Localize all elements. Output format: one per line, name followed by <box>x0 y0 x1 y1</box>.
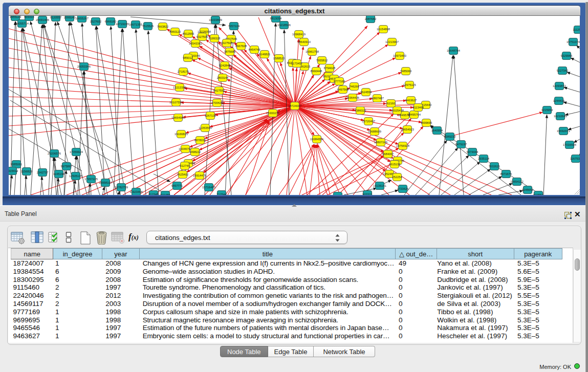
svg-text:712544: 712544 <box>216 193 227 195</box>
svg-text:9245652: 9245652 <box>522 188 534 191</box>
svg-text:6794028: 6794028 <box>324 67 336 70</box>
svg-text:924561: 924561 <box>533 193 543 195</box>
svg-text:6966160: 6966160 <box>105 20 117 23</box>
svg-text:9146821: 9146821 <box>259 53 271 56</box>
svg-text:3875685: 3875685 <box>224 50 236 53</box>
svg-text:2803144: 2803144 <box>217 76 229 79</box>
svg-text:9113468: 9113468 <box>412 106 424 109</box>
svg-text:10025438: 10025438 <box>390 109 404 112</box>
svg-text:18807249: 18807249 <box>374 141 387 144</box>
svg-text:1173457: 1173457 <box>291 62 302 65</box>
svg-text:10807487: 10807487 <box>371 97 384 100</box>
svg-text:3915412: 3915412 <box>9 169 18 172</box>
svg-text:16033809: 16033809 <box>209 18 222 21</box>
svg-text:11353594: 11353594 <box>199 126 212 129</box>
svg-text:9463627: 9463627 <box>405 99 417 102</box>
svg-text:16154808: 16154808 <box>377 28 390 31</box>
svg-text:8878332: 8878332 <box>194 139 206 142</box>
svg-text:12975115: 12975115 <box>403 83 416 86</box>
svg-text:2967608: 2967608 <box>235 45 247 48</box>
svg-text:17359924: 17359924 <box>70 150 83 154</box>
svg-text:15751074: 15751074 <box>567 40 580 43</box>
svg-text:9329966: 9329966 <box>561 54 573 57</box>
svg-text:2718176: 2718176 <box>178 70 189 73</box>
svg-text:7515526: 7515526 <box>142 25 154 28</box>
svg-text:10654112: 10654112 <box>510 180 523 183</box>
svg-text:18724007: 18724007 <box>288 104 301 107</box>
svg-text:3498222: 3498222 <box>189 150 201 154</box>
svg-text:8471676: 8471676 <box>500 172 512 176</box>
svg-text:1700426: 1700426 <box>211 101 223 104</box>
svg-text:18640910: 18640910 <box>297 40 311 43</box>
svg-text:14055714: 14055714 <box>15 22 29 25</box>
svg-text:903314: 903314 <box>24 16 34 18</box>
svg-text:6479197: 6479197 <box>455 143 467 146</box>
svg-text:10655267: 10655267 <box>75 17 89 20</box>
svg-text:15692971: 15692971 <box>557 129 570 133</box>
svg-text:2099140: 2099140 <box>64 16 76 19</box>
svg-text:16782759: 16782759 <box>115 186 128 189</box>
svg-text:9120557: 9120557 <box>50 16 62 19</box>
svg-text:16671355: 16671355 <box>129 23 142 26</box>
svg-text:19384554: 19384554 <box>310 138 324 141</box>
svg-text:9684067: 9684067 <box>382 152 394 156</box>
svg-text:19756928: 19756928 <box>396 144 409 147</box>
svg-text:7625402: 7625402 <box>177 173 189 176</box>
svg-text:312744: 312744 <box>180 164 190 167</box>
svg-text:7955812: 7955812 <box>316 59 328 62</box>
svg-text:812345: 812345 <box>148 193 158 195</box>
svg-text:20364436: 20364436 <box>346 96 359 99</box>
svg-text:7663822: 7663822 <box>157 25 169 28</box>
svg-text:9385061: 9385061 <box>11 163 23 166</box>
svg-text:8427552: 8427552 <box>213 89 225 92</box>
svg-text:9975867: 9975867 <box>61 165 73 168</box>
svg-text:12505135: 12505135 <box>69 174 82 178</box>
svg-text:9242848: 9242848 <box>219 64 231 67</box>
svg-text:8813054: 8813054 <box>270 17 282 20</box>
svg-text:903321: 903321 <box>362 193 372 195</box>
svg-text:746266: 746266 <box>349 85 359 88</box>
svg-text:16961758: 16961758 <box>306 50 319 53</box>
svg-text:12213389: 12213389 <box>173 86 186 89</box>
svg-text:9699695: 9699695 <box>421 121 432 124</box>
svg-text:13226058: 13226058 <box>198 30 211 33</box>
svg-text:17016504: 17016504 <box>563 143 577 146</box>
svg-text:3215953: 3215953 <box>541 108 553 112</box>
svg-text:1112544: 1112544 <box>573 28 580 31</box>
svg-text:8990448: 8990448 <box>311 70 322 73</box>
svg-text:9777169: 9777169 <box>334 80 345 83</box>
svg-text:10688609: 10688609 <box>368 130 381 133</box>
svg-text:9457771: 9457771 <box>171 184 183 187</box>
svg-text:16210643: 16210643 <box>554 115 567 118</box>
svg-text:6497568: 6497568 <box>337 88 349 91</box>
svg-text:9327506: 9327506 <box>197 35 208 38</box>
svg-text:19654923: 19654923 <box>401 128 414 131</box>
svg-text:8186328: 8186328 <box>209 37 221 40</box>
svg-text:1733426: 1733426 <box>397 187 409 190</box>
svg-text:8454749: 8454749 <box>249 48 260 51</box>
svg-text:1640954: 1640954 <box>431 129 443 132</box>
svg-text:19654983: 19654983 <box>171 116 185 119</box>
svg-text:1955123: 1955123 <box>10 16 21 18</box>
svg-text:16914479: 16914479 <box>193 174 206 177</box>
svg-text:815440: 815440 <box>333 194 342 195</box>
svg-text:11923468: 11923468 <box>129 190 142 193</box>
svg-text:19166825: 19166825 <box>175 133 188 136</box>
svg-text:1145194: 1145194 <box>53 172 65 176</box>
svg-text:10973493: 10973493 <box>393 54 406 57</box>
svg-text:8912955: 8912955 <box>183 32 194 35</box>
svg-text:9327508: 9327508 <box>221 41 233 45</box>
svg-text:15720407: 15720407 <box>362 120 375 123</box>
svg-text:20206576: 20206576 <box>48 152 61 155</box>
svg-text:18495764: 18495764 <box>407 113 421 116</box>
svg-text:2342737: 2342737 <box>37 171 49 174</box>
svg-text:10958107: 10958107 <box>99 181 112 184</box>
svg-text:16543362: 16543362 <box>189 42 202 45</box>
svg-text:921455: 921455 <box>160 193 170 195</box>
svg-text:2935114: 2935114 <box>478 157 490 160</box>
svg-text:1244415: 1244415 <box>553 99 565 102</box>
svg-text:1588520: 1588520 <box>273 57 285 60</box>
svg-text:20691406: 20691406 <box>36 18 49 21</box>
svg-text:2087682: 2087682 <box>365 17 377 20</box>
svg-text:3624554: 3624554 <box>360 91 372 94</box>
